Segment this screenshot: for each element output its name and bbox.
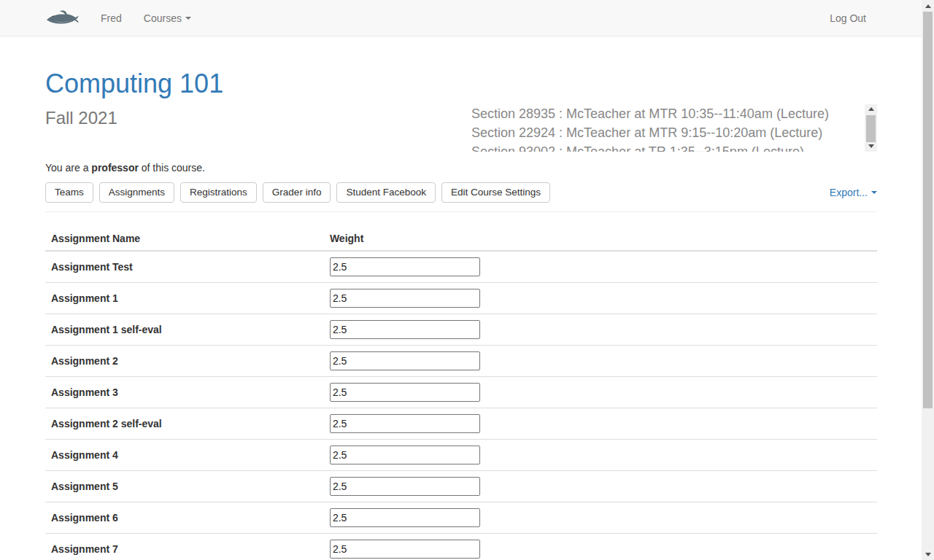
nav-item-label: Courses [144, 12, 182, 24]
sections-list: Section 28935 : McTeacher at MTR 10:35--… [471, 104, 865, 152]
course-term: Fall 2021 [45, 109, 117, 128]
weights-table: Assignment Name Weight Assignment Test A… [45, 227, 877, 560]
chevron-down-icon [871, 191, 877, 194]
page-title: Computing 101 [45, 69, 877, 98]
weight-input[interactable] [330, 383, 480, 402]
assignment-name-cell: Assignment 1 [45, 282, 324, 314]
weight-cell [324, 533, 877, 560]
table-row: Assignment 1 self-eval [45, 314, 877, 345]
scroll-up-arrow-icon[interactable] [922, 1, 934, 11]
weight-input[interactable] [330, 289, 480, 308]
assignment-name-cell: Assignment 2 [45, 345, 324, 376]
sections-scrollbar-thumb[interactable] [866, 115, 876, 142]
chevron-down-icon [185, 17, 191, 20]
assignment-name-cell: Assignment 5 [45, 470, 324, 502]
top-navbar: Fred Courses Log Out [0, 0, 922, 36]
section-line: Section 93002 : McTeacher at TR 1:35--3:… [471, 142, 865, 152]
weight-input[interactable] [330, 540, 480, 559]
toolbar-button[interactable]: Edit Course Settings [441, 182, 550, 203]
weight-input[interactable] [330, 446, 480, 464]
toolbar-button[interactable]: Teams [45, 182, 93, 203]
table-row: Assignment 4 [45, 439, 877, 470]
page-scrollbar[interactable] [922, 0, 934, 560]
dolphin-logo[interactable] [45, 0, 90, 36]
main-container: Computing 101 Fall 2021 Section 28935 : … [45, 69, 877, 560]
weight-cell [324, 470, 877, 502]
weight-cell [324, 439, 877, 470]
table-row: Assignment 5 [45, 470, 877, 502]
weight-input[interactable] [330, 320, 480, 339]
export-dropdown[interactable]: Export... [830, 187, 877, 198]
header-assignment-name: Assignment Name [45, 227, 324, 251]
table-row: Assignment 6 [45, 502, 877, 533]
section-line: Section 28935 : McTeacher at MTR 10:35--… [471, 104, 865, 123]
assignment-name-cell: Assignment 4 [45, 439, 324, 470]
scroll-down-arrow-icon[interactable] [865, 141, 877, 152]
table-row: Assignment 2 [45, 345, 877, 376]
page-scrollbar-thumb[interactable] [923, 12, 933, 408]
role-prefix: You are a [45, 162, 91, 174]
sections-scrollbar[interactable] [865, 104, 877, 152]
role-statement: You are a professor of this course. [45, 162, 877, 174]
table-row: Assignment 3 [45, 376, 877, 408]
assignment-name-cell: Assignment 3 [45, 376, 324, 408]
weight-input[interactable] [330, 477, 480, 496]
navbar-inner: Fred Courses Log Out [45, 0, 877, 36]
assignment-name-cell: Assignment 2 self-eval [45, 408, 324, 439]
scroll-up-arrow-icon[interactable] [865, 104, 877, 114]
toolbar-divider [45, 211, 877, 212]
table-row: Assignment 2 self-eval [45, 408, 877, 439]
assignment-name-cell: Assignment 7 [45, 533, 324, 560]
toolbar-button[interactable]: Grader info [263, 182, 331, 203]
weight-cell [324, 502, 877, 533]
weight-cell [324, 282, 877, 314]
nav-item-label: Fred [101, 12, 122, 24]
weight-input[interactable] [330, 351, 480, 370]
weight-input[interactable] [330, 257, 480, 276]
role-value: professor [91, 162, 139, 174]
role-suffix: of this course. [139, 162, 205, 174]
toolbar-button[interactable]: Student Facebook [336, 182, 436, 203]
assignment-name-cell: Assignment Test [45, 251, 324, 283]
table-row: Assignment Test [45, 251, 877, 283]
logout-label: Log Out [830, 12, 866, 24]
table-row: Assignment 7 [45, 533, 877, 560]
weight-cell [324, 376, 877, 408]
export-label: Export... [830, 187, 868, 198]
table-row: Assignment 1 [45, 282, 877, 314]
assignment-name-cell: Assignment 6 [45, 502, 324, 533]
assignment-name-cell: Assignment 1 self-eval [45, 314, 324, 345]
header-weight: Weight [324, 227, 877, 251]
scroll-down-arrow-icon[interactable] [922, 549, 934, 559]
weight-cell [324, 408, 877, 439]
toolbar-button[interactable]: Assignments [99, 182, 174, 203]
dolphin-icon [45, 8, 80, 28]
logout-link[interactable]: Log Out [819, 1, 877, 35]
nav-item-courses[interactable]: Courses [133, 1, 202, 35]
weight-input[interactable] [330, 508, 480, 527]
weight-cell [324, 314, 877, 345]
nav-item-fred[interactable]: Fred [90, 1, 133, 35]
term-row: Fall 2021 Section 28935 : McTeacher at M… [45, 104, 877, 152]
section-line: Section 22924 : McTeacher at MTR 9:15--1… [471, 123, 865, 142]
weight-input[interactable] [330, 414, 480, 433]
weight-cell [324, 345, 877, 376]
table-header-row: Assignment Name Weight [45, 227, 877, 251]
toolbar-button[interactable]: Registrations [180, 182, 257, 203]
weight-cell [324, 251, 877, 283]
sections-scroll-box[interactable]: Section 28935 : McTeacher at MTR 10:35--… [471, 104, 877, 152]
course-toolbar: Teams Assignments Registrations Grader i… [45, 182, 877, 203]
